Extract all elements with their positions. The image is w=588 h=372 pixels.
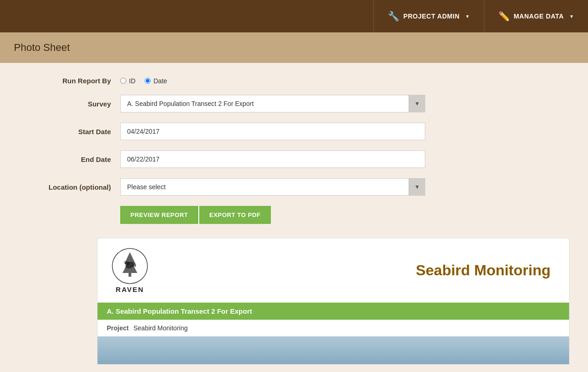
run-report-by-row: Run Report By ID Date [18, 77, 458, 85]
end-date-control [120, 150, 425, 168]
report-header: RAVEN Seabird Monitoring [98, 238, 569, 303]
navbar: 🔧 PROJECT ADMIN ▼ ✏️ MANAGE DATA ▼ [0, 0, 588, 32]
svg-rect-2 [129, 273, 131, 277]
run-report-by-controls: ID Date [120, 77, 425, 85]
start-date-control [120, 123, 425, 140]
report-logo-area: RAVEN [111, 248, 148, 293]
radio-id[interactable] [120, 78, 126, 84]
location-select[interactable]: Please select [120, 178, 425, 196]
end-date-row: End Date [18, 150, 458, 168]
project-admin-label: PROJECT ADMIN [403, 12, 459, 20]
export-pdf-button[interactable]: EXPORT TO PDF [198, 206, 271, 224]
report-survey-bar: A. Seabird Population Transect 2 For Exp… [98, 303, 569, 320]
survey-select-wrap: A. Seabird Population Transect 2 For Exp… [120, 95, 425, 112]
project-admin-chevron: ▼ [465, 14, 470, 19]
pencil-icon: ✏️ [498, 11, 510, 22]
raven-logo-svg [111, 248, 148, 285]
report-project-label: Project [107, 324, 129, 332]
report-project-value: Seabird Monitoring [133, 324, 188, 332]
location-label: Location (optional) [18, 183, 120, 191]
report-title: Seabird Monitoring [148, 262, 555, 279]
radio-date-label[interactable]: Date [145, 77, 167, 85]
end-date-input[interactable] [120, 150, 425, 168]
manage-data-nav[interactable]: ✏️ MANAGE DATA ▼ [484, 0, 588, 32]
preview-report-button[interactable]: PREVIEW REPORT [120, 206, 198, 224]
report-preview: RAVEN Seabird Monitoring A. Seabird Popu… [97, 238, 570, 365]
report-form: Run Report By ID Date Survey [18, 77, 458, 224]
run-report-by-label: Run Report By [18, 77, 120, 85]
manage-data-chevron: ▼ [570, 14, 574, 19]
project-admin-nav[interactable]: 🔧 PROJECT ADMIN ▼ [374, 0, 484, 32]
start-date-label: Start Date [18, 128, 120, 136]
page-title: Photo Sheet [14, 42, 574, 54]
end-date-label: End Date [18, 155, 120, 163]
wrench-icon: 🔧 [388, 11, 400, 22]
raven-label: RAVEN [116, 285, 144, 293]
survey-label: Survey [18, 100, 120, 108]
radio-id-text: ID [129, 77, 135, 85]
radio-date[interactable] [145, 78, 151, 84]
action-buttons: PREVIEW REPORT EXPORT TO PDF [120, 206, 458, 224]
location-row: Location (optional) Please select ▼ [18, 178, 458, 196]
page-title-bar: Photo Sheet [0, 32, 588, 63]
radio-date-text: Date [153, 77, 167, 85]
svg-point-4 [125, 261, 129, 265]
radio-group: ID Date [120, 77, 425, 85]
survey-control: A. Seabird Population Transect 2 For Exp… [120, 95, 425, 112]
survey-row: Survey A. Seabird Population Transect 2 … [18, 95, 458, 112]
manage-data-label: MANAGE DATA [514, 12, 564, 20]
start-date-row: Start Date [18, 123, 458, 140]
location-select-wrap: Please select ▼ [120, 178, 425, 196]
start-date-input[interactable] [120, 123, 425, 140]
report-image-placeholder [98, 336, 569, 364]
main-content: Run Report By ID Date Survey [0, 63, 588, 372]
survey-select[interactable]: A. Seabird Population Transect 2 For Exp… [120, 95, 425, 112]
radio-id-label[interactable]: ID [120, 77, 135, 85]
report-project-col: Project Seabird Monitoring [107, 324, 188, 332]
report-info-row: Project Seabird Monitoring [98, 320, 569, 332]
location-control: Please select ▼ [120, 178, 425, 196]
